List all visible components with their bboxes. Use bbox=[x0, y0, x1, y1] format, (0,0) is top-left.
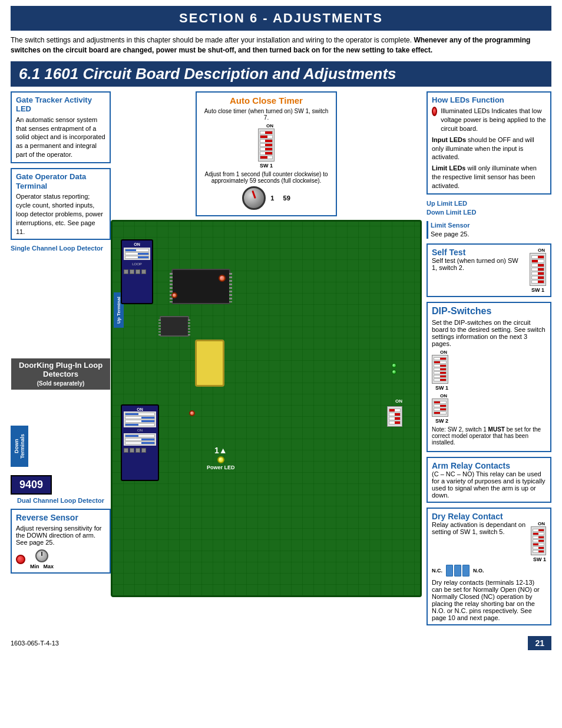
dial-graphic bbox=[242, 186, 266, 210]
component-dot-1 bbox=[219, 275, 226, 282]
gate-tracker-body: An automatic sensor system that senses e… bbox=[16, 116, 105, 159]
dip-note: Note: SW 2, switch 1 MUST be set for the… bbox=[432, 426, 546, 446]
dip-title: DIP-Switches bbox=[432, 306, 546, 317]
relay-pin-3 bbox=[462, 565, 470, 577]
doorking-title: DoorKing Plug-In Loop Detectors bbox=[19, 361, 103, 378]
single-channel-label: Single Channel Loop Detector bbox=[11, 245, 111, 252]
sw1-label-auto: SW 1 bbox=[258, 163, 275, 169]
section-header-text: SECTION 6 - ADJUSTMENTS bbox=[179, 11, 383, 25]
doorking-subtitle: (Sold separately) bbox=[37, 380, 85, 387]
min-label: Min bbox=[30, 564, 39, 569]
pot-knob[interactable] bbox=[35, 549, 48, 562]
max-label: Max bbox=[43, 564, 54, 569]
arm-relay-title: Arm Relay Contacts bbox=[432, 461, 546, 470]
down-terminals-area: Down Terminals bbox=[11, 426, 111, 469]
down-limit-led bbox=[392, 370, 396, 374]
dry-relay-text-area: Relay activation is dependant on setting… bbox=[432, 521, 527, 535]
page-footer: 1603-065-T-4-13 21 bbox=[11, 636, 551, 650]
chip2-pins-left bbox=[158, 319, 161, 335]
self-test-content: Self Test Self test (when turned on) SW … bbox=[432, 248, 525, 271]
auto-close-area: Auto Close Timer Auto close timer (when … bbox=[111, 91, 422, 216]
page-container: SECTION 6 - ADJUSTMENTS The switch setti… bbox=[0, 0, 562, 728]
self-test-box: Self Test Self test (when turned on) SW … bbox=[427, 243, 551, 297]
dual-channel-area: 9409 Dual Channel Loop Detector bbox=[11, 475, 111, 504]
footer-doc-number: 1603-065-T-4-13 bbox=[11, 640, 59, 647]
dry-relay-sw-block bbox=[531, 526, 546, 555]
center-column: Auto Close Timer Auto close timer (when … bbox=[111, 91, 422, 631]
auto-close-box: Auto Close Timer Auto close timer (when … bbox=[196, 91, 337, 216]
ld2-switch-block bbox=[124, 411, 156, 427]
component-dot-3 bbox=[189, 410, 195, 416]
auto-close-body1: Auto close timer (when turned on) SW 1, … bbox=[203, 108, 330, 121]
dip-sw1-label: SW 1 bbox=[435, 385, 448, 391]
power-led-label: Power LED bbox=[207, 465, 235, 470]
sw2-on-label: ON bbox=[395, 398, 402, 404]
gate-operator-box: Gate Operator Data Terminal Operator sta… bbox=[11, 168, 111, 240]
main-content: Gate Tracker Activity LED An automatic s… bbox=[11, 91, 551, 631]
up-limit-led bbox=[392, 363, 396, 368]
section-61-header: 6.1 1601 Circuit Board Description and A… bbox=[11, 61, 551, 87]
dip-sw1-block bbox=[432, 355, 448, 384]
dial-area: 1 59 bbox=[203, 186, 330, 210]
how-leds-title: How LEDs Function bbox=[432, 95, 546, 105]
secondary-chip bbox=[160, 316, 189, 337]
down-limit-led-dot bbox=[392, 370, 396, 374]
dip-sw2-row: ON SW 2 bbox=[432, 393, 546, 424]
dip-switches-box: DIP-Switches Set the DIP-switches on the… bbox=[427, 302, 551, 452]
doorking-area: DoorKing Plug-In Loop Detectors (Sold se… bbox=[11, 358, 111, 390]
reverse-sensor-body: Adjust reversing sensitivity for the DOW… bbox=[16, 525, 105, 546]
dry-relay-title: Dry Relay Contact bbox=[432, 512, 546, 521]
dip-sw1-visual: ON SW 1 bbox=[432, 350, 448, 391]
led-indicator-icon bbox=[432, 107, 437, 116]
yellow-capacitor bbox=[195, 340, 224, 387]
nc-label: N.C. bbox=[432, 568, 442, 574]
down-limit-led-label: Down Limit LED bbox=[427, 208, 551, 217]
right-column: How LEDs Function Illuminated LEDs Indic… bbox=[422, 91, 551, 631]
dial-labels: 1 59 bbox=[270, 195, 290, 202]
chip-pins-right bbox=[229, 273, 232, 302]
chip2-pins-right bbox=[188, 319, 190, 335]
led-dot bbox=[16, 555, 25, 564]
ld-terminals bbox=[124, 269, 150, 274]
limit-sensor-text: Limit Sensor bbox=[431, 221, 551, 230]
page-number: 21 bbox=[528, 636, 551, 650]
dry-relay-box: Dry Relay Contact Relay activation is de… bbox=[427, 508, 551, 625]
power-led-area: 1▲ Power LED bbox=[207, 446, 235, 470]
gate-tracker-box: Gate Tracker Activity LED An automatic s… bbox=[11, 91, 111, 163]
dial-label-1: 1 bbox=[270, 195, 274, 202]
self-test-sw-body bbox=[530, 253, 546, 286]
circuit-board: Up Terminal bbox=[111, 220, 422, 597]
arm-relay-body: (C – NC – NO) This relay can be used for… bbox=[432, 470, 546, 499]
loop-detector-module: ON LOOP bbox=[121, 239, 153, 304]
how-leds-body3: Limit LEDs will only illuminate when the… bbox=[432, 164, 546, 190]
reverse-sensor-text: Adjust reversing sensitivity for the DOW… bbox=[16, 525, 105, 546]
how-leds-content: Illuminated LEDs Indicates that low volt… bbox=[432, 107, 546, 133]
auto-close-body2: Adjust from 1 second (full counter clock… bbox=[203, 171, 330, 184]
section-61-header-text: 6.1 1601 Circuit Board Description and A… bbox=[19, 65, 396, 83]
component-dot-2 bbox=[171, 292, 177, 298]
dip-sw1-row: ON SW 1 bbox=[432, 350, 546, 391]
how-leds-box: How LEDs Function Illuminated LEDs Indic… bbox=[427, 91, 551, 195]
nc-no-graphic: N.C. N.O. bbox=[432, 565, 546, 577]
how-leds-body2: Input LEDs should be OFF and will only i… bbox=[432, 136, 546, 162]
auto-close-title: Auto Close Timer bbox=[203, 95, 330, 106]
ld2-switch-block-2 bbox=[124, 433, 156, 446]
dry-relay-sw1: ON SW 1 bbox=[531, 521, 546, 562]
reverse-sensor-box: Reverse Sensor Adjust reversing sensitiv… bbox=[11, 509, 111, 574]
section-header: SECTION 6 - ADJUSTMENTS bbox=[11, 6, 551, 31]
intro-text-1: The switch settings and adjustments in t… bbox=[11, 36, 412, 44]
up-limit-led-dot bbox=[392, 363, 396, 368]
relay-pin-1 bbox=[446, 565, 453, 577]
gate-operator-title: Gate Operator Data Terminal bbox=[16, 172, 105, 190]
dial-label-59: 59 bbox=[283, 195, 290, 202]
dry-relay-sw-label: SW 1 bbox=[533, 556, 546, 562]
doorking-label: DoorKing Plug-In Loop Detectors (Sold se… bbox=[11, 358, 111, 390]
loop-detector-module-2: ON ON bbox=[121, 404, 159, 481]
sw1-visual: ON bbox=[258, 123, 275, 169]
power-led-dot bbox=[217, 456, 224, 463]
self-test-body: Self test (when turned on) SW 1, switch … bbox=[432, 257, 525, 271]
self-test-switch: ON SW 1 bbox=[530, 248, 546, 293]
loop-detector-switches: ON LOOP bbox=[124, 242, 150, 274]
dip-sw2-block bbox=[432, 398, 448, 417]
self-test-title: Self Test bbox=[432, 248, 525, 257]
